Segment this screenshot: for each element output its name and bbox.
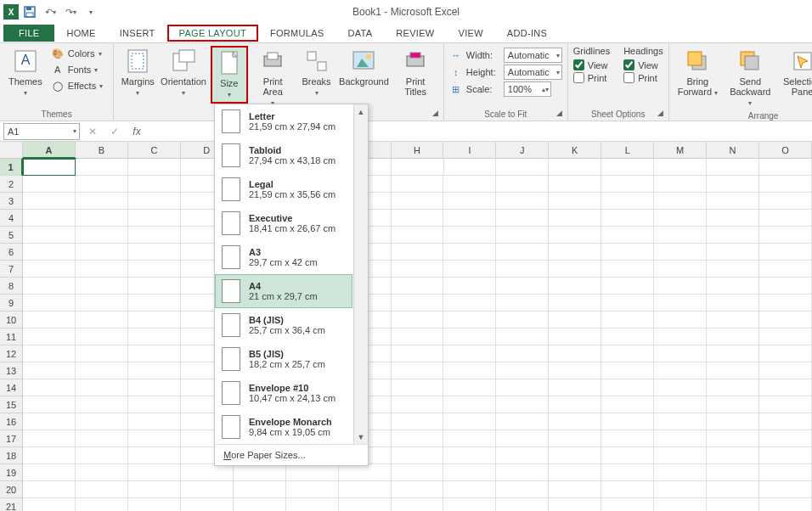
cell[interactable] [128,193,181,210]
cell[interactable] [128,481,181,498]
cell[interactable] [707,210,759,227]
cell[interactable] [76,328,128,345]
cell[interactable] [128,295,181,312]
tab-page-layout[interactable]: PAGE LAYOUT [167,25,258,42]
cell[interactable] [759,379,812,396]
cell[interactable] [76,227,128,244]
qat-customize-icon[interactable]: ▾ [82,3,100,21]
cell[interactable] [443,227,496,244]
cell[interactable] [392,345,444,362]
column-header[interactable]: J [496,142,549,159]
cell[interactable] [759,312,812,328]
row-header[interactable]: 3 [0,193,23,210]
cell[interactable] [759,210,812,227]
cell[interactable] [496,481,549,498]
cell[interactable] [23,210,76,227]
cell[interactable] [707,413,759,430]
cell[interactable] [654,193,707,210]
name-box[interactable]: A1▾ [3,123,80,140]
cell[interactable] [496,447,549,464]
cell[interactable] [128,362,181,379]
cell[interactable] [23,345,76,362]
cell[interactable] [392,295,444,312]
row-header[interactable]: 20 [0,481,23,498]
cell[interactable] [707,312,759,328]
size-option[interactable]: B5 (JIS)18,2 cm x 25,7 cm [215,342,352,376]
cell[interactable] [181,481,234,498]
cell[interactable] [759,244,812,261]
cell[interactable] [654,396,707,413]
scale-launcher[interactable]: ◢ [555,108,565,118]
cell[interactable] [339,498,392,511]
cell[interactable] [76,193,128,210]
cell[interactable] [707,159,759,176]
cell[interactable] [654,312,707,328]
cell[interactable] [496,312,549,328]
cell[interactable] [654,464,707,481]
cell[interactable] [707,362,759,379]
cell[interactable] [496,464,549,481]
cell[interactable] [707,345,759,362]
cell[interactable] [392,498,444,511]
cell[interactable] [339,464,392,481]
cell[interactable] [23,464,76,481]
cell[interactable] [286,498,339,511]
cell[interactable] [392,244,444,261]
scroll-up-icon[interactable]: ▲ [354,104,368,119]
cell[interactable] [759,481,812,498]
cell[interactable] [443,498,496,511]
row-header[interactable]: 1 [0,159,23,176]
cell[interactable] [234,481,286,498]
cell[interactable] [601,193,654,210]
cell[interactable] [128,328,181,345]
cell[interactable] [128,261,181,278]
cell[interactable] [392,464,444,481]
row-header[interactable]: 4 [0,210,23,227]
cell[interactable] [496,261,549,278]
cell[interactable] [496,379,549,396]
headings-view-checkbox[interactable]: View [623,59,663,70]
cell[interactable] [496,278,549,295]
colors-button[interactable]: 🎨Colors ▾ [49,46,108,61]
cell[interactable] [496,396,549,413]
cell[interactable] [654,362,707,379]
cell[interactable] [549,464,601,481]
cell[interactable] [443,210,496,227]
print-titles-button[interactable]: Print Titles [392,46,437,98]
print-area-button[interactable]: Print Area▾ [251,46,295,110]
cell[interactable] [443,261,496,278]
cell[interactable] [549,193,601,210]
cell[interactable] [549,413,601,430]
cell[interactable] [759,362,812,379]
cell[interactable] [549,447,601,464]
row-header[interactable]: 11 [0,328,23,345]
cell[interactable] [443,464,496,481]
cell[interactable] [496,210,549,227]
cell[interactable] [181,498,234,511]
send-backward-button[interactable]: Send Backward ▾ [725,46,775,110]
cell[interactable] [181,464,234,481]
cell[interactable] [128,430,181,447]
cell[interactable] [496,176,549,193]
cell[interactable] [707,498,759,511]
cell[interactable] [76,396,128,413]
column-header[interactable]: O [759,142,812,159]
cell[interactable] [654,379,707,396]
row-header[interactable]: 5 [0,227,23,244]
cell[interactable] [392,193,444,210]
cell[interactable] [496,328,549,345]
cell[interactable] [601,447,654,464]
cell[interactable] [549,278,601,295]
cell[interactable] [707,261,759,278]
row-header[interactable]: 14 [0,379,23,396]
cell[interactable] [496,430,549,447]
cell[interactable] [496,244,549,261]
tab-formulas[interactable]: FORMULAS [258,25,336,42]
size-option[interactable]: Executive18,41 cm x 26,67 cm [215,206,352,240]
cell[interactable] [443,413,496,430]
row-header[interactable]: 16 [0,413,23,430]
cell[interactable] [496,362,549,379]
column-header[interactable]: I [443,142,496,159]
cell[interactable] [496,345,549,362]
cell[interactable] [601,362,654,379]
